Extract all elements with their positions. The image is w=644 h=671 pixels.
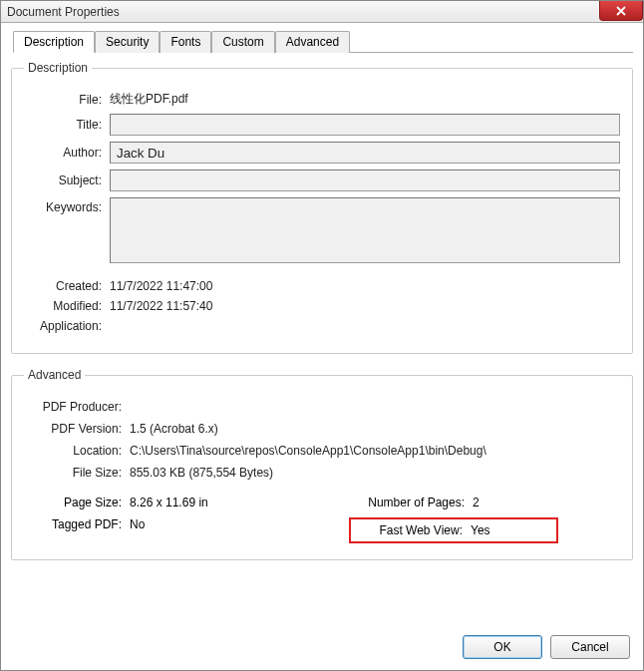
author-label: Author: [24, 146, 110, 160]
subject-input[interactable] [110, 169, 620, 191]
title-label: Title: [24, 118, 110, 132]
advanced-group: Advanced PDF Producer: PDF Version: 1.5 … [11, 368, 633, 560]
version-value: 1.5 (Acrobat 6.x) [130, 422, 218, 436]
tab-advanced[interactable]: Advanced [275, 31, 350, 53]
producer-label: PDF Producer: [24, 400, 130, 414]
fastweb-value: Yes [471, 523, 490, 537]
tab-bar: Description Security Fonts Custom Advanc… [13, 31, 633, 53]
file-label: File: [24, 93, 110, 107]
advanced-legend: Advanced [24, 368, 85, 382]
description-legend: Description [24, 61, 92, 75]
created-value: 11/7/2022 11:47:00 [110, 279, 620, 293]
keywords-input[interactable] [110, 197, 620, 263]
tagged-value: No [130, 517, 145, 531]
tab-panel: Description File: 线性化PDF.pdf Title: Auth… [11, 53, 633, 560]
title-input[interactable] [110, 114, 620, 136]
tab-description[interactable]: Description [13, 31, 95, 53]
location-value: C:\Users\Tina\source\repos\ConsoleApp1\C… [130, 444, 486, 458]
numpages-value: 2 [473, 496, 480, 509]
modified-label: Modified: [24, 299, 110, 313]
close-button[interactable] [599, 1, 643, 21]
cancel-button[interactable]: Cancel [550, 635, 630, 659]
tagged-label: Tagged PDF: [24, 517, 130, 531]
subject-label: Subject: [24, 173, 110, 187]
location-label: Location: [24, 444, 130, 458]
keywords-label: Keywords: [24, 197, 110, 214]
titlebar: Document Properties [1, 1, 643, 23]
dialog-content: Description Security Fonts Custom Advanc… [1, 23, 643, 584]
filesize-value: 855.03 KB (875,554 Bytes) [130, 466, 273, 480]
description-group: Description File: 线性化PDF.pdf Title: Auth… [11, 61, 633, 354]
created-label: Created: [24, 279, 110, 293]
ok-button[interactable]: OK [463, 635, 542, 659]
version-label: PDF Version: [24, 422, 130, 436]
author-input[interactable] [110, 142, 620, 164]
numpages-label: Number of Pages: [353, 496, 473, 509]
application-label: Application: [24, 319, 110, 333]
close-icon [615, 6, 627, 16]
filesize-label: File Size: [24, 466, 130, 480]
tab-security[interactable]: Security [95, 31, 160, 53]
pagesize-value: 8.26 x 11.69 in [130, 496, 208, 509]
file-value: 线性化PDF.pdf [110, 91, 620, 108]
modified-value: 11/7/2022 11:57:40 [110, 299, 620, 313]
window-title: Document Properties [7, 5, 120, 19]
fastweb-highlight: Fast Web View: Yes [349, 517, 558, 543]
fastweb-label: Fast Web View: [351, 523, 471, 537]
tab-custom[interactable]: Custom [211, 31, 274, 53]
pagesize-label: Page Size: [24, 496, 130, 509]
dialog-footer: OK Cancel [463, 635, 630, 659]
tab-fonts[interactable]: Fonts [160, 31, 211, 53]
